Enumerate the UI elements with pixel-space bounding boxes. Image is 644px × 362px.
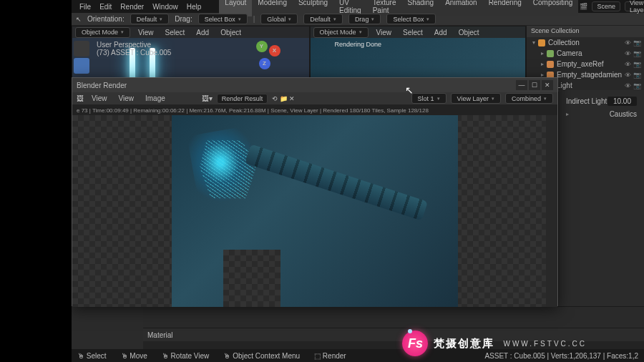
vp2-menu-add[interactable]: Add <box>431 27 451 38</box>
menu-edit[interactable]: Edit <box>96 1 115 12</box>
render-window-titlebar[interactable]: Blender Render — ☐ ✕ <box>72 78 557 92</box>
render-canvas[interactable] <box>72 115 557 307</box>
menu-window[interactable]: Window <box>149 1 182 12</box>
vp-menu-add[interactable]: Add <box>192 27 213 38</box>
image-editor-header: 🖼 View View Image 🖼▾ Render Result ⟲ 📁 ✕… <box>72 92 557 105</box>
menu-help[interactable]: Help <box>183 1 205 12</box>
status-move: 🖱 Move <box>121 352 147 360</box>
vp-menu-select[interactable]: Select <box>162 27 189 38</box>
tab-compositing[interactable]: Compositing <box>527 0 579 16</box>
vp2-menu-object[interactable]: Object <box>455 27 483 38</box>
viewport-overlay-text: User Perspective (73) ASSET : Cube.005 <box>97 41 171 57</box>
status-rotate: 🖱 Rotate View <box>162 352 210 360</box>
top-menubar: File Edit Render Window Help Layout Mode… <box>72 0 644 13</box>
minimize-button[interactable]: — <box>516 80 527 90</box>
select2-dropdown[interactable]: Select Box <box>386 14 436 24</box>
menu-render[interactable]: Render <box>117 1 147 12</box>
watermark-logo-icon: Fs <box>402 331 428 356</box>
nav-gizmo[interactable]: X Y Z <box>252 41 280 69</box>
indirect-light-value[interactable]: 10.00 <box>608 97 637 106</box>
mode-dropdown-right[interactable]: Object Mode <box>313 27 369 38</box>
vp2-menu-view[interactable]: View <box>373 27 396 38</box>
drag-label: Drag: <box>175 15 192 23</box>
pass-dropdown[interactable]: Combined <box>505 93 553 104</box>
status-render: ⬚ Render <box>314 352 346 360</box>
rw-menu-view[interactable]: View <box>88 93 111 104</box>
timeline[interactable] <box>143 307 644 328</box>
watermark: Fs 梵摄创意库 WWW.FSTVC.CC <box>402 331 587 356</box>
rw-menu-view2[interactable]: View <box>115 93 138 104</box>
vp2-menu-select[interactable]: Select <box>399 27 426 38</box>
viewlayer-field[interactable]: View Layer <box>625 1 644 11</box>
scene-field[interactable]: Scene <box>592 1 620 11</box>
drag2-dropdown[interactable]: Drag <box>348 14 381 24</box>
rendered-image <box>172 115 458 307</box>
orientation-dropdown[interactable]: Default <box>130 14 170 24</box>
render-result-field[interactable]: Render Result <box>217 94 268 104</box>
drag-dropdown[interactable]: Select Box <box>198 14 248 24</box>
orientation-label: Orientation: <box>87 15 125 23</box>
menu-file[interactable]: File <box>76 1 94 12</box>
tool-select-box[interactable] <box>74 58 89 74</box>
indirect-light-row[interactable]: Indirect Light 10.00 <box>562 94 641 108</box>
rw-menu-image[interactable]: Image <box>142 93 169 104</box>
editor-type-icon[interactable]: 🖼 <box>77 94 84 102</box>
tab-rendering[interactable]: Rendering <box>483 0 527 16</box>
watermark-url: WWW.FSTVC.CC <box>503 340 587 348</box>
vp-menu-object[interactable]: Object <box>217 27 245 38</box>
close-button[interactable]: ✕ <box>542 80 553 90</box>
watermark-text: 梵摄创意库 <box>434 337 494 351</box>
tab-animation[interactable]: Animation <box>439 0 482 16</box>
material-label: Material <box>147 331 173 339</box>
mode-dropdown-left[interactable]: Object Mode <box>75 27 130 38</box>
outliner-item-empty1[interactable]: ▸Empty_axeRef👁 📷 <box>527 59 644 69</box>
outliner-header: Scene Collection <box>527 26 644 37</box>
image-side-toolbar[interactable] <box>546 115 557 307</box>
outliner-item-collection[interactable]: ▾Collection👁 📷 <box>527 37 644 48</box>
caustics-row[interactable]: ▸Caustics <box>562 108 641 120</box>
default2-dropdown[interactable]: Default <box>303 14 343 24</box>
status-select: 🖱 Select <box>77 352 107 360</box>
render-done-label: Rendering Done <box>335 41 382 48</box>
status-context: 🖱 Object Context Menu <box>223 352 300 360</box>
slot-dropdown[interactable]: Slot 1 <box>411 93 447 104</box>
global-dropdown[interactable]: Global <box>260 14 298 24</box>
vp-menu-view[interactable]: View <box>135 27 157 38</box>
maximize-button[interactable]: ☐ <box>529 80 540 90</box>
render-window: Blender Render — ☐ ✕ 🖼 View View Image 🖼… <box>72 77 558 306</box>
layer-dropdown[interactable]: View Layer <box>451 93 501 104</box>
tool-cursor[interactable] <box>74 41 89 57</box>
render-status-text: e 73 | Time:00:09:49 | Remaining:00:06:2… <box>72 105 557 115</box>
outliner-item-camera[interactable]: ▸Camera👁 📷 <box>527 48 644 59</box>
